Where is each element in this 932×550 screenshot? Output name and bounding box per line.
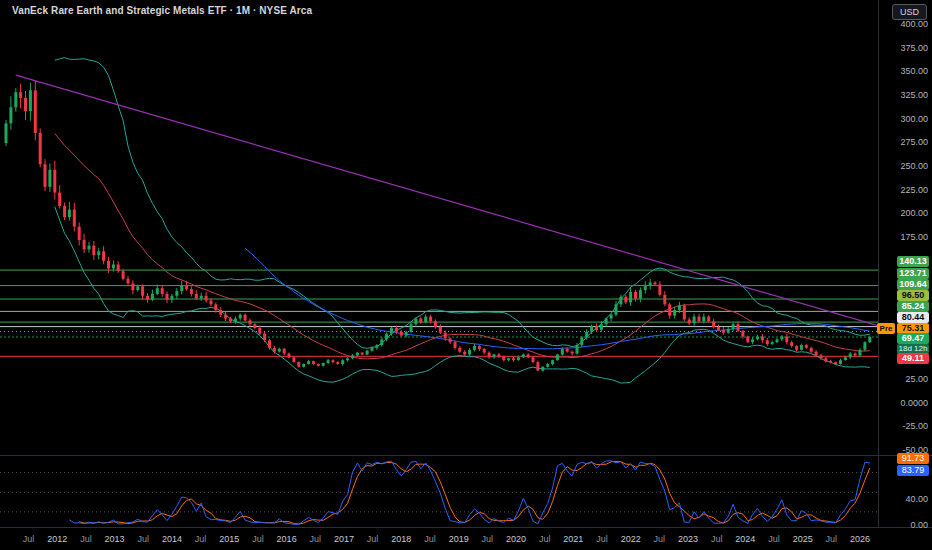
time-label-2024-25: 2024	[735, 534, 755, 544]
price-tick-225.00: 225.00	[882, 185, 931, 195]
time-label-2012-1: 2012	[47, 534, 67, 544]
time-label-Jul-24: Jul	[711, 534, 723, 544]
price-tick-300.00: 300.00	[882, 114, 931, 124]
time-label-2026-29: 2026	[850, 534, 870, 544]
time-label-2022-21: 2022	[621, 534, 641, 544]
price-tick-175.00: 175.00	[882, 232, 931, 242]
time-label-Jul-28: Jul	[826, 534, 838, 544]
basis-ma-line	[55, 134, 870, 359]
stoch-k-label: 83.79	[897, 465, 929, 476]
price-line-label-80.44[interactable]: 80.44	[897, 312, 929, 323]
time-label-2019-15: 2019	[449, 534, 469, 544]
chart-canvas[interactable]	[0, 0, 932, 550]
time-label-Jul-8: Jul	[252, 534, 264, 544]
time-label-Jul-22: Jul	[654, 534, 666, 544]
price-tick-350.00: 350.00	[882, 66, 931, 76]
price-line-label-69.47[interactable]: 69.47	[897, 333, 929, 344]
time-label-Jul-14: Jul	[424, 534, 436, 544]
time-label-Jul-26: Jul	[768, 534, 780, 544]
stoch-d-label: 91.73	[897, 453, 929, 464]
premarket-chip: Pre	[877, 323, 895, 334]
bollinger-upper-line	[55, 58, 870, 349]
price-tick-325.00: 325.00	[882, 90, 931, 100]
price-tick-200.00: 200.00	[882, 208, 931, 218]
price-tick-400.00: 400.00	[882, 19, 931, 29]
time-label-2014-5: 2014	[162, 534, 182, 544]
time-label-2016-9: 2016	[277, 534, 297, 544]
time-label-Jul-4: Jul	[138, 534, 150, 544]
price-line-label-140.13[interactable]: 140.13	[897, 256, 929, 267]
time-label-2025-27: 2025	[793, 534, 813, 544]
time-label-Jul-2: Jul	[80, 534, 92, 544]
stoch-tick-0.00: 0.00	[882, 520, 931, 530]
symbol-title: VanEck Rare Earth and Strategic Metals E…	[12, 5, 312, 16]
price-tick-25.00: 25.00	[882, 374, 931, 384]
time-label-Jul-20: Jul	[596, 534, 608, 544]
price-line-label-49.11[interactable]: 49.11	[897, 353, 929, 364]
time-label-Jul-6: Jul	[195, 534, 207, 544]
price-line-label-109.64[interactable]: 109.64	[897, 279, 929, 290]
currency-toggle-button[interactable]: USD	[892, 4, 927, 20]
chart-root: VanEck Rare Earth and Strategic Metals E…	[0, 0, 932, 550]
trendline-drawing[interactable]	[16, 75, 880, 326]
price-tick-0.0000: 0.0000	[882, 398, 931, 408]
stoch-k-line	[69, 461, 869, 525]
stoch-tick-40.00: 40.00	[882, 494, 931, 504]
horizontal-level-lines[interactable]	[0, 270, 878, 356]
stoch-d-line	[79, 462, 870, 525]
time-label-2023-23: 2023	[678, 534, 698, 544]
price-line-label-96.50[interactable]: 96.50	[897, 290, 929, 301]
time-label-Jul-16: Jul	[482, 534, 494, 544]
time-label-2020-17: 2020	[506, 534, 526, 544]
time-label-Jul-10: Jul	[310, 534, 322, 544]
time-label-Jul-12: Jul	[367, 534, 379, 544]
time-label-Jul-0: Jul	[23, 534, 35, 544]
time-label-2017-11: 2017	[334, 534, 354, 544]
price-tick--25.00: -25.00	[882, 421, 931, 431]
time-label-2015-7: 2015	[219, 534, 239, 544]
price-line-label-123.71[interactable]: 123.71	[897, 268, 929, 279]
price-line-label-85.24[interactable]: 85.24	[897, 301, 929, 312]
time-label-2021-19: 2021	[563, 534, 583, 544]
price-tick-375.00: 375.00	[882, 43, 931, 53]
price-tick-275.00: 275.00	[882, 137, 931, 147]
time-label-2018-13: 2018	[391, 534, 411, 544]
time-label-2013-3: 2013	[105, 534, 125, 544]
time-label-Jul-18: Jul	[539, 534, 551, 544]
price-tick-250.00: 250.00	[882, 161, 931, 171]
